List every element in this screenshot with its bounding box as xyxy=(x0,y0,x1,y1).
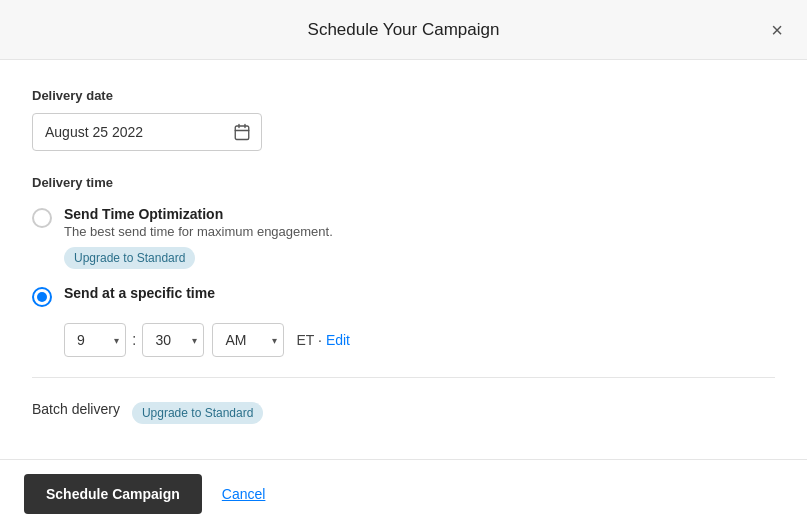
minute-select[interactable]: 00 15 30 45 xyxy=(143,324,203,356)
date-input[interactable] xyxy=(33,114,223,150)
modal-body: Delivery date Delivery time Send Time Op… xyxy=(0,60,807,459)
upgrade-badge-batch[interactable]: Upgrade to Standard xyxy=(132,402,263,424)
svg-rect-0 xyxy=(235,126,249,140)
radio-option-optimization: Send Time Optimization The best send tim… xyxy=(32,206,775,269)
radio-specific-time[interactable] xyxy=(32,287,52,307)
modal-footer: Schedule Campaign Cancel xyxy=(0,459,807,528)
timezone-text: ET · xyxy=(296,332,321,348)
radio-option-specific-time: Send at a specific time xyxy=(32,285,775,307)
time-colon: : xyxy=(132,331,136,349)
optimization-content: Send Time Optimization The best send tim… xyxy=(64,206,333,269)
batch-delivery-row: Batch delivery Upgrade to Standard xyxy=(32,394,775,424)
schedule-campaign-modal: Schedule Your Campaign × Delivery date D… xyxy=(0,0,807,528)
cancel-button[interactable]: Cancel xyxy=(222,486,266,502)
delivery-date-label: Delivery date xyxy=(32,88,775,103)
specific-time-content: Send at a specific time xyxy=(64,285,215,301)
modal-title: Schedule Your Campaign xyxy=(308,20,500,40)
schedule-campaign-button[interactable]: Schedule Campaign xyxy=(24,474,202,514)
time-selectors: 9 10 11 12 1 2 3 ▾ : 00 15 30 45 ▾ xyxy=(64,323,775,357)
delivery-time-label: Delivery time xyxy=(32,175,775,190)
calendar-icon-button[interactable] xyxy=(223,115,261,149)
radio-optimization[interactable] xyxy=(32,208,52,228)
ampm-select-wrapper: AM PM ▾ xyxy=(212,323,284,357)
edit-timezone-link[interactable]: Edit xyxy=(326,332,350,348)
batch-delivery-label: Batch delivery xyxy=(32,401,120,417)
hour-select[interactable]: 9 10 11 12 1 2 3 xyxy=(65,324,125,356)
optimization-desc: The best send time for maximum engagemen… xyxy=(64,224,333,239)
optimization-title: Send Time Optimization xyxy=(64,206,333,222)
hour-select-wrapper: 9 10 11 12 1 2 3 ▾ xyxy=(64,323,126,357)
modal-header: Schedule Your Campaign × xyxy=(0,0,807,60)
upgrade-badge-optimization[interactable]: Upgrade to Standard xyxy=(64,247,195,269)
specific-time-title: Send at a specific time xyxy=(64,285,215,301)
calendar-icon xyxy=(233,123,251,141)
section-divider xyxy=(32,377,775,378)
date-input-wrapper[interactable] xyxy=(32,113,262,151)
ampm-select[interactable]: AM PM xyxy=(213,324,283,356)
minute-select-wrapper: 00 15 30 45 ▾ xyxy=(142,323,204,357)
close-button[interactable]: × xyxy=(767,16,787,44)
